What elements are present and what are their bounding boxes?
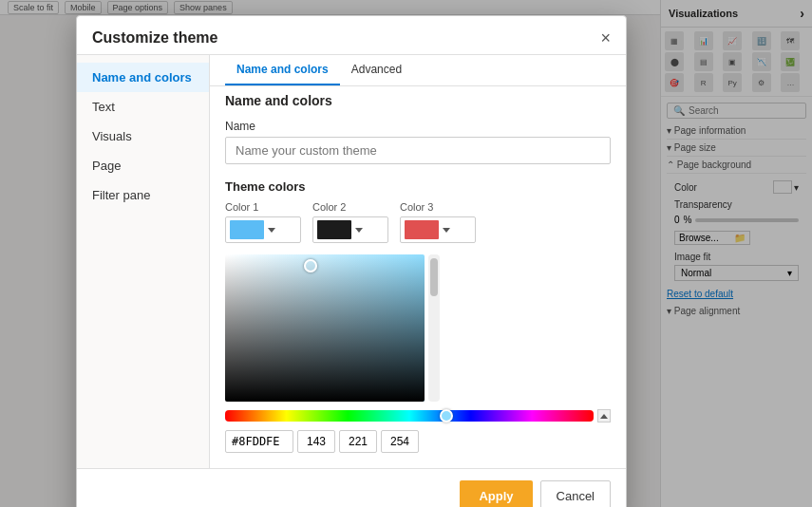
dialog-footer: Apply Cancel [77,468,626,507]
r-input[interactable] [297,430,335,453]
color-1-swatch [230,220,264,239]
dialog-body: Name and colors Text Visuals Page Filter… [77,55,626,468]
hue-handle [440,409,453,422]
color-2-dropdown[interactable] [312,216,388,243]
nav-item-filter-pane[interactable]: Filter pane [77,180,209,210]
hex-inputs-row [225,430,611,453]
color-3-label: Color 3 [400,201,476,213]
nav-item-name-colors[interactable]: Name and colors [77,63,209,92]
dialog-content: Name and colors Name Theme colors Color … [210,55,626,468]
theme-colors-label: Theme colors [225,179,611,194]
color-1-label: Color 1 [225,201,301,213]
b-input[interactable] [381,430,419,453]
dialog-title: Customize theme [92,29,217,47]
color-3-dropdown[interactable] [400,216,476,243]
color-picker-container [225,254,611,453]
customize-theme-dialog: Customize theme × Name and colors Text V… [76,15,627,507]
color-gradient [225,254,425,402]
picker-with-scrollbar [225,254,611,402]
nav-item-page[interactable]: Page [77,151,209,180]
color-3-chevron [443,228,450,233]
g-input[interactable] [339,430,377,453]
color-col-3: Color 3 [400,201,476,243]
color-2-chevron [355,228,363,233]
content-area: Name and colors Advanced Name and colors… [210,55,626,468]
color-1-dropdown[interactable] [225,216,301,243]
hue-bar[interactable] [225,410,594,422]
color-col-2: Color 2 [312,201,388,243]
color-2-label: Color 2 [312,201,388,213]
colors-row: Color 1 Color 2 [225,201,611,243]
hex-input[interactable] [225,430,293,453]
dialog-nav: Name and colors Text Visuals Page Filter… [77,55,210,468]
section-title: Name and colors [225,93,611,108]
scrollbar-thumb [430,258,438,296]
name-input[interactable] [225,137,611,164]
nav-item-text[interactable]: Text [77,92,209,122]
cancel-button[interactable]: Cancel [540,480,611,507]
modal-overlay: Customize theme × Name and colors Text V… [0,0,812,507]
dialog-header: Customize theme × [77,16,626,55]
color-3-swatch [405,220,439,239]
name-label: Name [225,120,611,133]
color-picker-area[interactable] [225,254,425,402]
color-2-swatch [317,220,351,239]
hue-expand-icon [600,414,608,419]
hue-expand-btn[interactable] [597,409,611,422]
color-col-1: Color 1 [225,201,301,243]
apply-button[interactable]: Apply [460,480,532,507]
color-picker-handle[interactable] [304,259,317,272]
color-1-chevron [268,228,275,233]
close-button[interactable]: × [600,29,611,47]
scrollbar-track[interactable] [428,254,440,402]
hue-row [225,409,611,422]
nav-item-visuals[interactable]: Visuals [77,122,209,151]
